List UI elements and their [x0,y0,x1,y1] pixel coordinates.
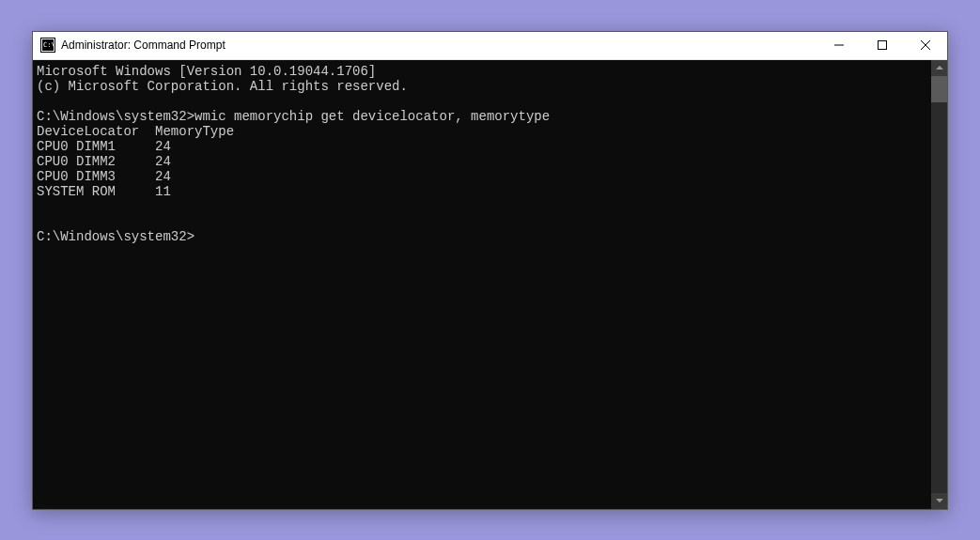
titlebar[interactable]: C:\ Administrator: Command Prompt [33,32,947,60]
command-prompt-window: C:\ Administrator: Command Prompt Micros… [32,31,948,510]
minimize-button[interactable] [817,32,861,59]
output-row: CPU0 DIMM1 24 [37,139,171,154]
scrollbar-thumb[interactable] [931,76,947,102]
svg-text:C:\: C:\ [43,41,55,49]
svg-marker-9 [936,499,943,502]
maximize-button[interactable] [861,32,904,59]
output-header: DeviceLocator MemoryType [37,124,234,139]
scrollbar-up-button[interactable] [931,60,947,76]
close-button[interactable] [904,32,947,59]
version-line: Microsoft Windows [Version 10.0.19044.17… [37,64,376,79]
prompt-path: C:\Windows\system32> [37,109,194,124]
prompt-cursor: C:\Windows\system32> [37,229,194,244]
scrollbar-down-button[interactable] [931,493,947,509]
output-row: CPU0 DIMM3 24 [37,169,171,184]
window-controls [817,32,947,59]
console-area: Microsoft Windows [Version 10.0.19044.17… [33,60,947,509]
command-input: wmic memorychip get devicelocator, memor… [194,109,550,124]
window-title: Administrator: Command Prompt [61,39,817,52]
vertical-scrollbar[interactable] [931,60,947,509]
output-row: SYSTEM ROM 11 [37,184,171,199]
svg-rect-5 [879,41,887,50]
svg-marker-8 [936,66,943,69]
console-output[interactable]: Microsoft Windows [Version 10.0.19044.17… [33,60,931,509]
copyright-line: (c) Microsoft Corporation. All rights re… [37,79,408,94]
cmd-icon: C:\ [40,38,55,53]
output-row: CPU0 DIMM2 24 [37,154,171,169]
